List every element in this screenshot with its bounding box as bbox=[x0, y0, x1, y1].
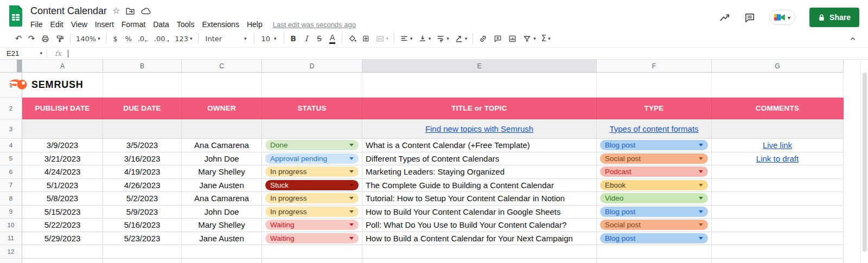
row-header-3[interactable]: 3 bbox=[0, 119, 22, 139]
cell-e13[interactable] bbox=[362, 259, 597, 263]
cell-type[interactable]: Blog post bbox=[597, 206, 712, 219]
functions-button[interactable]: Σ ▾ bbox=[539, 31, 553, 46]
cell-d13[interactable] bbox=[262, 259, 362, 263]
menu-view[interactable]: View bbox=[67, 19, 91, 30]
cell-g1[interactable] bbox=[712, 73, 844, 98]
italic-button[interactable]: I bbox=[300, 31, 313, 46]
type-dropdown-chip[interactable]: Social post bbox=[600, 153, 708, 164]
header-due-date[interactable]: DUE DATE bbox=[103, 98, 182, 119]
cell-status[interactable]: Waiting bbox=[262, 219, 362, 232]
type-dropdown-chip[interactable]: Blog post bbox=[600, 207, 708, 217]
cell-e1[interactable] bbox=[362, 73, 597, 98]
cell-g3[interactable] bbox=[712, 119, 844, 139]
cell-publish-date[interactable]: 5/1/2023 bbox=[22, 179, 103, 193]
type-dropdown-chip[interactable]: Video bbox=[600, 193, 708, 203]
format-currency-button[interactable]: $ bbox=[109, 31, 122, 46]
cell-title[interactable]: What is a Content Calendar (+Free Templa… bbox=[362, 139, 597, 152]
type-dropdown-chip[interactable]: Blog post bbox=[600, 233, 708, 243]
row-header-11[interactable]: 11 bbox=[0, 232, 22, 246]
insert-comment-button[interactable] bbox=[490, 31, 505, 46]
cell-publish-date[interactable]: 5/22/2023 bbox=[22, 219, 103, 232]
cell-owner[interactable]: Mary Shelley bbox=[182, 219, 262, 232]
cell-d1[interactable] bbox=[262, 73, 362, 98]
cell-comment[interactable] bbox=[712, 232, 844, 246]
menu-help[interactable]: Help bbox=[243, 19, 266, 30]
status-dropdown-chip[interactable]: Done bbox=[265, 140, 359, 150]
insert-chart-button[interactable] bbox=[505, 31, 520, 46]
cell-d12[interactable] bbox=[262, 245, 362, 259]
column-header-b[interactable]: B bbox=[103, 60, 182, 73]
cell-due-date[interactable]: 4/26/2023 bbox=[103, 179, 182, 193]
menu-edit[interactable]: Edit bbox=[47, 19, 67, 30]
zoom-selector[interactable]: 140% ▾ bbox=[73, 31, 103, 46]
cell-type[interactable]: Ebook bbox=[597, 179, 712, 193]
cell-owner[interactable]: Ana Camarena bbox=[182, 192, 262, 206]
cell-status[interactable]: Stuck bbox=[262, 179, 362, 193]
cell-f13[interactable] bbox=[597, 259, 712, 263]
cell-a12[interactable] bbox=[22, 245, 103, 259]
cell-e12[interactable] bbox=[362, 245, 597, 259]
cell-status[interactable]: In progress bbox=[262, 165, 362, 179]
find-topics-link[interactable]: Find new topics with Semrush bbox=[425, 124, 533, 133]
cell-due-date[interactable]: 3/5/2023 bbox=[103, 139, 182, 152]
create-filter-button[interactable]: ▾ bbox=[520, 31, 539, 46]
cell-b13[interactable] bbox=[103, 259, 182, 263]
column-header-e[interactable]: E bbox=[362, 60, 597, 73]
cell-type[interactable]: Video bbox=[597, 192, 712, 206]
text-rotation-button[interactable]: ▾ bbox=[452, 31, 470, 46]
cell-due-date[interactable]: 5/16/2023 bbox=[103, 219, 182, 232]
cell-owner[interactable]: Jane Austen bbox=[182, 179, 262, 193]
type-dropdown-chip[interactable]: Podcast bbox=[600, 166, 708, 177]
header-status[interactable]: STATUS bbox=[262, 98, 362, 119]
row-header-7[interactable]: 7 bbox=[0, 179, 22, 193]
cell-title[interactable]: Different Types of Content Calendars bbox=[362, 152, 597, 166]
cell-f1[interactable] bbox=[597, 73, 712, 98]
borders-button[interactable]: ⊞ bbox=[360, 31, 373, 46]
cell-status[interactable]: Waiting bbox=[262, 232, 362, 246]
cell-owner[interactable]: Jane Austen bbox=[182, 232, 262, 246]
cell-comment[interactable] bbox=[712, 206, 844, 219]
formula-input[interactable] bbox=[61, 50, 868, 57]
select-all-corner[interactable] bbox=[0, 60, 22, 73]
header-type[interactable]: TYPE bbox=[597, 98, 712, 119]
row-header-8[interactable]: 8 bbox=[0, 192, 22, 206]
share-button[interactable]: Share bbox=[809, 8, 859, 27]
column-header-g[interactable]: G bbox=[712, 60, 844, 73]
cell-type[interactable]: Social post bbox=[597, 152, 712, 166]
bold-button[interactable]: B bbox=[287, 31, 300, 46]
cell-owner[interactable]: John Doe bbox=[182, 206, 262, 219]
horizontal-align-button[interactable]: ▾ bbox=[397, 31, 416, 46]
cell-status[interactable]: In progress bbox=[262, 192, 362, 206]
cell-due-date[interactable]: 3/16/2023 bbox=[103, 152, 182, 166]
cell-publish-date[interactable]: 4/24/2023 bbox=[22, 165, 103, 179]
menu-extensions[interactable]: Extensions bbox=[198, 19, 242, 30]
row-header-13[interactable] bbox=[0, 259, 22, 263]
cell-e3[interactable]: Find new topics with Semrush bbox=[362, 119, 597, 139]
row-header-9[interactable]: 9 bbox=[0, 206, 22, 219]
cell-type[interactable]: Podcast bbox=[597, 165, 712, 179]
last-edit-link[interactable]: Last edit was seconds ago bbox=[273, 21, 356, 29]
cell-comment[interactable] bbox=[712, 192, 844, 206]
menu-data[interactable]: Data bbox=[149, 19, 173, 30]
status-dropdown-chip[interactable]: In progress bbox=[265, 193, 359, 203]
header-comments[interactable]: COMMENTS bbox=[712, 98, 844, 119]
move-folder-icon[interactable] bbox=[125, 6, 135, 16]
cell-due-date[interactable]: 5/23/2023 bbox=[103, 232, 182, 246]
menu-file[interactable]: File bbox=[27, 19, 47, 30]
status-dropdown-chip[interactable]: In progress bbox=[265, 207, 359, 217]
cell-comment[interactable] bbox=[712, 219, 844, 232]
cell-publish-date[interactable]: 5/29/2023 bbox=[22, 232, 103, 246]
decrease-decimal-button[interactable]: .0← bbox=[135, 31, 151, 46]
cell-comment[interactable]: Live link bbox=[712, 139, 844, 152]
header-title-or-topic[interactable]: TITLE or TOPIC bbox=[362, 98, 597, 119]
scrollbar-thumb[interactable] bbox=[863, 73, 867, 252]
cell-b12[interactable] bbox=[103, 245, 182, 259]
cell-due-date[interactable]: 4/19/2023 bbox=[103, 165, 182, 179]
fill-color-button[interactable] bbox=[345, 31, 360, 46]
cell-title[interactable]: Marketing Leaders: Staying Organized bbox=[362, 165, 597, 179]
cell-f12[interactable] bbox=[597, 245, 712, 259]
font-selector[interactable]: Inter ▾ bbox=[201, 31, 251, 46]
cell-f3[interactable]: Types of content formats bbox=[597, 119, 712, 139]
name-box[interactable]: E21 ▾ bbox=[0, 49, 47, 57]
text-color-button[interactable]: A bbox=[326, 31, 339, 46]
